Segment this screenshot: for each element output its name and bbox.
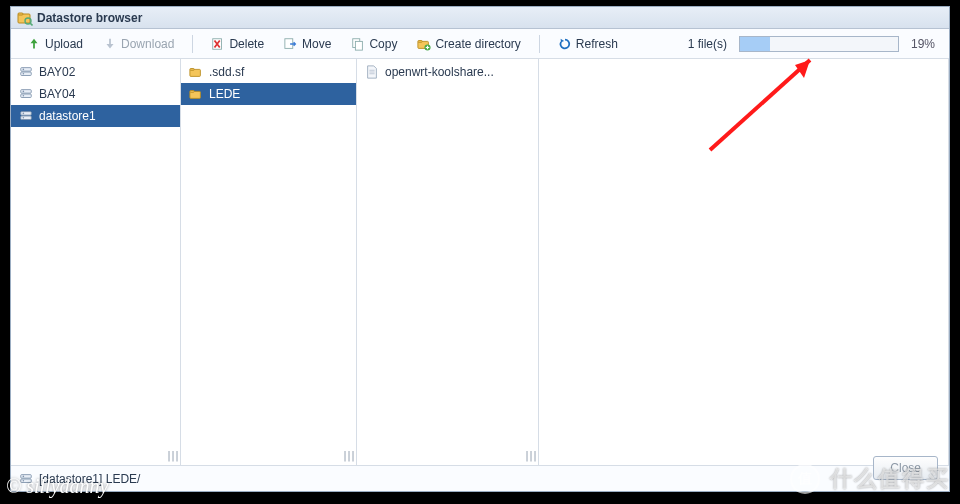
svg-rect-1 — [18, 13, 23, 15]
datastore-row-icon — [19, 87, 33, 101]
copy-label: Copy — [369, 37, 397, 51]
watermark-author: © sillydanny — [6, 475, 108, 498]
folder-row-label: .sdd.sf — [209, 65, 244, 79]
svg-line-3 — [30, 23, 33, 26]
datastore-row-label: datastore1 — [39, 109, 96, 123]
svg-point-17 — [23, 91, 25, 93]
svg-rect-7 — [356, 41, 363, 50]
folder-row-label: LEDE — [209, 87, 240, 101]
upload-progress-bar — [740, 37, 770, 51]
create-directory-button[interactable]: Create directory — [409, 34, 528, 54]
folder-row[interactable]: .sdd.sf — [181, 61, 356, 83]
file-row[interactable]: openwrt-koolshare... — [357, 61, 538, 83]
refresh-label: Refresh — [576, 37, 618, 51]
delete-button[interactable]: Delete — [203, 34, 272, 54]
toolbar-separator — [192, 35, 193, 53]
svg-point-14 — [23, 73, 25, 75]
datastore-row[interactable]: BAY02 — [11, 61, 180, 83]
toolbar-separator — [539, 35, 540, 53]
watermark-badge: 值 — [790, 464, 820, 494]
folder-row-icon — [189, 65, 203, 79]
toolbar: Upload Download Delete Move — [11, 29, 949, 59]
folder-search-icon — [17, 10, 33, 26]
refresh-icon — [558, 37, 572, 51]
datastore-row-icon — [19, 109, 33, 123]
svg-rect-15 — [21, 90, 32, 94]
datastore-browser-window: Datastore browser Upload Download — [10, 6, 950, 492]
delete-icon — [211, 37, 225, 51]
upload-progress — [739, 36, 899, 52]
column-datastores: BAY02BAY04datastore1 ||| — [11, 59, 181, 465]
upload-label: Upload — [45, 37, 83, 51]
upload-button[interactable]: Upload — [19, 34, 91, 54]
move-icon — [284, 37, 298, 51]
svg-rect-9 — [418, 40, 422, 42]
delete-label: Delete — [229, 37, 264, 51]
copy-icon — [351, 37, 365, 51]
svg-rect-19 — [21, 112, 32, 116]
datastore-row-label: BAY02 — [39, 65, 75, 79]
move-label: Move — [302, 37, 331, 51]
copy-button[interactable]: Copy — [343, 34, 405, 54]
svg-rect-11 — [21, 68, 32, 72]
datastore-row-icon — [19, 65, 33, 79]
file-count: 1 file(s) — [688, 37, 727, 51]
file-row-label: openwrt-koolshare... — [385, 65, 494, 79]
svg-point-22 — [23, 117, 25, 119]
folder-row[interactable]: LEDE — [181, 83, 356, 105]
move-button[interactable]: Move — [276, 34, 339, 54]
column-resize-handle[interactable]: ||| — [166, 450, 178, 461]
svg-rect-20 — [21, 116, 32, 120]
folder-row-icon — [189, 87, 203, 101]
datastore-row[interactable]: datastore1 — [11, 105, 180, 127]
datastore-row[interactable]: BAY04 — [11, 83, 180, 105]
upload-progress-pct: 19% — [911, 37, 935, 51]
refresh-button[interactable]: Refresh — [550, 34, 626, 54]
download-label: Download — [121, 37, 174, 51]
download-icon — [103, 37, 117, 51]
column-resize-handle[interactable]: ||| — [524, 450, 536, 461]
column-folders-1: .sdd.sfLEDE ||| — [181, 59, 357, 465]
file-row-icon — [365, 65, 379, 79]
column-files: openwrt-koolshare... ||| — [357, 59, 539, 465]
svg-rect-16 — [21, 94, 32, 98]
folder-plus-icon — [417, 37, 431, 51]
create-directory-label: Create directory — [435, 37, 520, 51]
watermark-site: 什么值得买 — [830, 464, 950, 494]
svg-point-18 — [23, 95, 25, 97]
datastore-row-label: BAY04 — [39, 87, 75, 101]
window-title: Datastore browser — [37, 11, 142, 25]
download-button[interactable]: Download — [95, 34, 182, 54]
svg-point-13 — [23, 69, 25, 71]
svg-rect-12 — [21, 72, 32, 76]
upload-icon — [27, 37, 41, 51]
svg-rect-26 — [190, 91, 194, 93]
svg-point-21 — [23, 113, 25, 115]
svg-rect-24 — [190, 69, 194, 71]
columns-area: BAY02BAY04datastore1 ||| .sdd.sfLEDE |||… — [11, 59, 949, 465]
column-resize-handle[interactable]: ||| — [342, 450, 354, 461]
titlebar: Datastore browser — [11, 7, 949, 29]
column-preview — [539, 59, 949, 465]
